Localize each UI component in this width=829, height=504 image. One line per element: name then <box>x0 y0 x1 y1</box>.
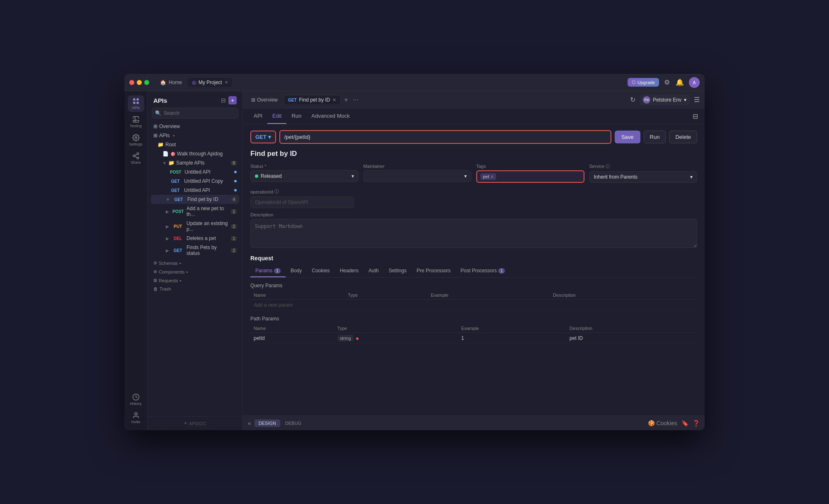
req-tab-settings[interactable]: Settings <box>384 265 412 277</box>
settings-icon-button[interactable]: ⚙ <box>663 78 671 87</box>
status-selector[interactable]: Released ▾ <box>250 170 359 182</box>
requests-icon: ⊠ <box>153 278 157 283</box>
finds-pets-badge: GET <box>171 248 185 253</box>
sub-tab-advanced-mock-label: Advanced Mock <box>311 113 350 119</box>
debug-mode-tab[interactable]: DEBUG <box>281 419 305 427</box>
sidebar-item-history[interactable]: History <box>128 391 144 408</box>
home-tab[interactable]: 🏠 Home <box>156 78 186 87</box>
tree-item-post-add[interactable]: ▶ POST Add a new pet to th... 1 <box>151 204 239 219</box>
tags-input[interactable]: pet ✕ <box>476 170 584 183</box>
sidebar-item-apis[interactable]: APIs <box>128 95 144 112</box>
help-bottom-button[interactable]: ❓ <box>693 420 700 426</box>
operation-id-input[interactable] <box>250 196 354 208</box>
url-bar: GET ▾ Save Run Delete <box>250 130 697 144</box>
req-tab-body[interactable]: Body <box>286 265 307 277</box>
add-query-param-row[interactable]: Add a new param <box>250 300 697 311</box>
sidebar-item-invite[interactable]: Invite <box>128 410 144 426</box>
sub-tab-edit[interactable]: Edit <box>267 109 286 124</box>
req-tab-params-label: Params <box>255 268 272 274</box>
tree-components-label: Components <box>159 269 184 274</box>
req-tab-cookies[interactable]: Cookies <box>307 265 335 277</box>
tree-item-del[interactable]: ▶ DEL Deletes a pet 1 <box>151 234 239 243</box>
design-mode-tab[interactable]: DESIGN <box>255 419 280 427</box>
tree-components[interactable]: ⊛ Components • <box>151 267 239 275</box>
run-button[interactable]: Run <box>644 131 666 143</box>
delete-button[interactable]: Delete <box>669 131 697 143</box>
req-tab-headers[interactable]: Headers <box>335 265 364 277</box>
layout-icon-button[interactable]: ⊟ <box>692 111 699 121</box>
tags-label: Tags <box>476 164 584 169</box>
tree-trash[interactable]: 🗑 Trash <box>151 284 239 292</box>
apidoc-logo: ✦ <box>184 421 187 426</box>
cookies-bottom-button[interactable]: 🍪 Cookies <box>648 420 677 426</box>
tab-more-button[interactable]: ··· <box>351 96 360 104</box>
service-label: Service ⓘ <box>589 164 698 170</box>
tree-post-add-label: Add a new pet to th... <box>187 206 229 217</box>
project-tab-close[interactable]: ✕ <box>225 80 228 85</box>
save-button[interactable]: Save <box>615 131 640 143</box>
url-input[interactable] <box>279 130 611 144</box>
query-col-type: Type <box>344 291 427 300</box>
main-panel: ⊞ Overview GET Find pet by ID ✕ + ··· ↻ … <box>243 91 705 430</box>
project-icon: ◎ <box>192 80 196 85</box>
filter-button[interactable]: ⊟ <box>221 96 226 104</box>
tab-add-button[interactable]: + <box>342 96 349 104</box>
tab-overview[interactable]: ⊞ Overview <box>247 95 282 104</box>
minimize-button[interactable] <box>137 80 142 85</box>
active-tab-label: Find pet by ID <box>299 97 330 103</box>
sidebar-item-settings[interactable]: Settings <box>128 132 144 148</box>
titlebar: 🏠 Home ◎ My Project ✕ ⬡ Upgrade ⚙ 🔔 A <box>124 74 705 91</box>
upgrade-button[interactable]: ⬡ Upgrade <box>628 78 659 87</box>
tree-requests[interactable]: ⊠ Requests • <box>151 275 239 284</box>
add-api-button[interactable]: + <box>228 96 237 104</box>
active-tab-close[interactable]: ✕ <box>332 97 336 103</box>
tree-item-finds-pets[interactable]: ▶ GET Finds Pets by status 2 <box>151 243 239 258</box>
components-dot: • <box>186 269 188 274</box>
maintainer-selector[interactable]: ▾ <box>364 170 472 182</box>
sidebar-item-testing[interactable]: Testing <box>128 114 144 130</box>
req-tab-params[interactable]: Params 1 <box>250 265 286 277</box>
method-selector[interactable]: GET ▾ <box>250 131 276 143</box>
tree-apis[interactable]: ⊞ APIs • <box>151 131 239 140</box>
close-button[interactable] <box>129 80 134 85</box>
tree-item-find-pet[interactable]: ▼ GET Find pet by ID 4 <box>151 195 239 204</box>
req-tab-auth[interactable]: Auth <box>364 265 384 277</box>
chevron-left-button[interactable]: « <box>248 420 251 426</box>
tree-item-get-copy[interactable]: GET Untitled API Copy <box>151 177 239 186</box>
request-section-title: Request <box>250 255 697 262</box>
bookmark-bottom-button[interactable]: 🔖 <box>681 420 688 426</box>
walkthrough-icon: 📄 <box>162 151 169 157</box>
tree-schemas[interactable]: ⊚ Schemas • <box>151 258 239 267</box>
add-query-param-label: Add a new param <box>250 300 697 311</box>
tree-item-get-untitled[interactable]: GET Untitled API <box>151 186 239 195</box>
hamburger-icon-button[interactable]: ☰ <box>693 95 701 104</box>
req-tab-pre-processors[interactable]: Pre Processors <box>412 265 456 277</box>
sidebar-item-share[interactable]: Share <box>128 150 144 167</box>
tree-walkthrough[interactable]: 📄 🎯 Walk through Apidog <box>151 149 239 158</box>
sub-tab-api[interactable]: API <box>249 109 267 124</box>
left-panel: APIs ⊟ + 🔍 ⊞ Overview ⊞ APIs • <box>148 91 243 430</box>
service-selector[interactable]: Inherit from Parents ▾ <box>589 171 698 183</box>
tree-sample-apis[interactable]: ▼ 📁 Sample APIs 8 <box>151 158 239 167</box>
tree-item-put[interactable]: ▶ PUT Update an existing p... 2 <box>151 219 239 234</box>
sidebar-settings-label: Settings <box>129 142 143 146</box>
project-tab[interactable]: ◎ My Project ✕ <box>188 78 232 87</box>
refresh-icon-button[interactable]: ↻ <box>629 95 636 104</box>
sub-tab-run[interactable]: Run <box>286 109 306 124</box>
maximize-button[interactable] <box>144 80 149 85</box>
req-tab-post-processors[interactable]: Post Processors 1 <box>456 265 510 277</box>
tree-root[interactable]: 📁 Root <box>151 140 239 149</box>
notifications-icon-button[interactable]: 🔔 <box>675 78 685 87</box>
description-textarea[interactable] <box>250 219 697 248</box>
env-selector[interactable]: Pe Petstore Env ▾ <box>640 94 690 105</box>
service-value: Inherit from Parents <box>594 174 638 180</box>
search-input[interactable] <box>152 108 238 119</box>
tag-pet-close[interactable]: ✕ <box>490 174 494 179</box>
tab-bar-right: ↻ Pe Petstore Env ▾ ☰ <box>629 94 701 105</box>
tree-overview[interactable]: ⊞ Overview <box>151 122 239 131</box>
sub-tab-advanced-mock[interactable]: Advanced Mock <box>306 109 355 124</box>
tree-item-post-untitled[interactable]: POST Untitled API <box>151 167 239 177</box>
tab-find-pet[interactable]: GET Find pet by ID ✕ <box>284 95 341 104</box>
user-avatar[interactable]: A <box>689 77 700 88</box>
operation-id-label: operationId ⓘ <box>250 189 697 195</box>
